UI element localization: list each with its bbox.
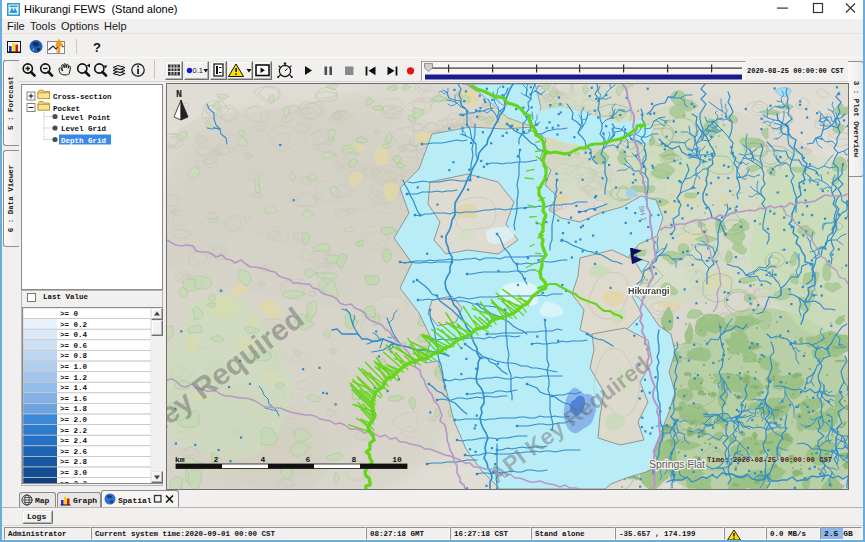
svg-text:Pocket: Pocket xyxy=(53,105,80,113)
svg-text:>= 0.2: >= 0.2 xyxy=(60,321,88,329)
svg-text:0.1: 0.1 xyxy=(193,66,203,75)
svg-text:4: 4 xyxy=(261,455,266,464)
svg-text:km: km xyxy=(175,455,185,464)
svg-text:>= 3.0: >= 3.0 xyxy=(60,469,88,477)
svg-text:Graph: Graph xyxy=(73,496,97,505)
svg-text:Spatial: Spatial xyxy=(118,496,152,505)
svg-text:8: 8 xyxy=(352,455,357,464)
svg-text:>= 2.0: >= 2.0 xyxy=(60,416,88,424)
svg-text:6: 6 xyxy=(306,455,311,464)
svg-text:>= 2.2: >= 2.2 xyxy=(60,427,88,435)
svg-text:>= 1.2: >= 1.2 xyxy=(60,374,88,382)
svg-text:>= 1.6: >= 1.6 xyxy=(60,395,88,403)
svg-text:>= 1.4: >= 1.4 xyxy=(60,384,88,392)
svg-text:N: N xyxy=(176,89,182,100)
svg-text:>= 2.4: >= 2.4 xyxy=(60,437,88,445)
svg-text:Level Grid: Level Grid xyxy=(61,125,106,133)
svg-text:>= 0.8: >= 0.8 xyxy=(60,352,88,360)
svg-text:>= 0.6: >= 0.6 xyxy=(60,342,88,350)
svg-text:?: ? xyxy=(93,40,101,55)
svg-text:>= 0: >= 0 xyxy=(60,310,79,318)
svg-text:Cross-section: Cross-section xyxy=(53,93,112,101)
svg-text:Springs Flat: Springs Flat xyxy=(649,458,705,470)
svg-text:>= 2.6: >= 2.6 xyxy=(60,448,88,456)
svg-text:2: 2 xyxy=(214,455,219,464)
svg-text:Time: 2020-08-25 00:00:00 CST: Time: 2020-08-25 00:00:00 CST xyxy=(707,456,833,464)
svg-text:Map: Map xyxy=(35,496,50,505)
svg-text:>= 1.8: >= 1.8 xyxy=(60,405,88,413)
svg-text:Hikurangi: Hikurangi xyxy=(628,286,670,296)
svg-text:Level Point: Level Point xyxy=(61,114,111,122)
svg-text:>= 3.2: >= 3.2 xyxy=(60,480,88,483)
svg-text:10: 10 xyxy=(392,455,402,464)
svg-text:>= 2.8: >= 2.8 xyxy=(60,458,88,466)
svg-text:>= 0.4: >= 0.4 xyxy=(60,331,88,339)
svg-text:>= 1.0: >= 1.0 xyxy=(60,363,88,371)
svg-text:Depth Grid: Depth Grid xyxy=(61,137,106,145)
